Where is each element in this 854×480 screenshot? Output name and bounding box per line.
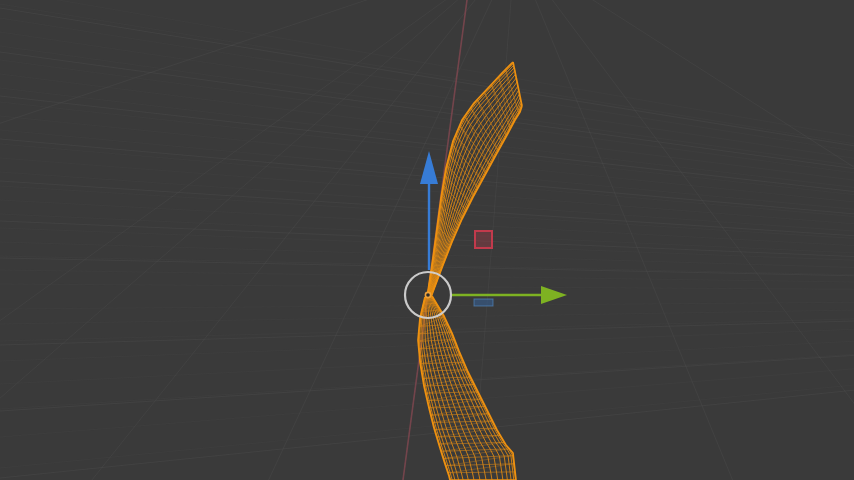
- viewport-background: [0, 0, 854, 480]
- object-origin-dot: [425, 292, 430, 297]
- gizmo-plane-handle-x[interactable]: [475, 231, 492, 248]
- blender-3d-viewport[interactable]: [0, 0, 854, 480]
- gizmo-plane-handle-z[interactable]: [474, 299, 493, 306]
